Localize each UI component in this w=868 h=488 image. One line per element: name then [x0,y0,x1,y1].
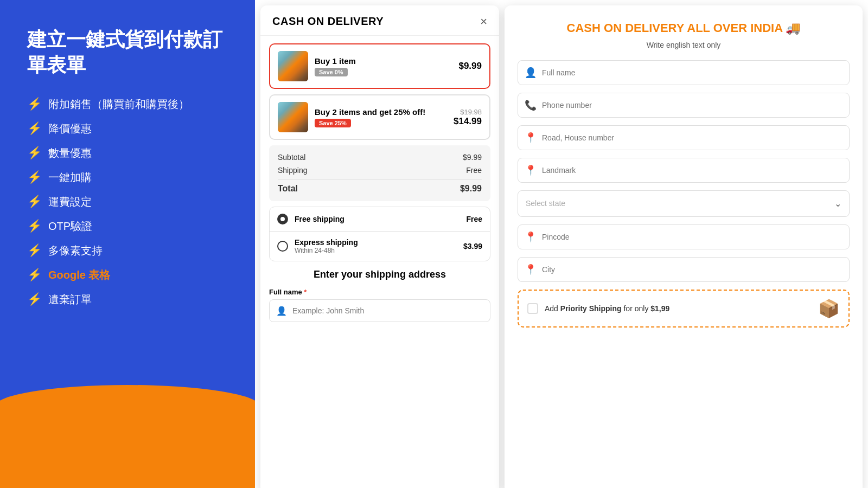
shipping-free-label: Free shipping [295,215,459,223]
right-fullname-wrapper: 👤 [518,60,850,85]
right-pincode-input[interactable] [542,225,843,249]
product-name-2: Buy 2 items and get 25% off! [315,107,447,117]
right-city-wrapper: 📍 [518,257,850,282]
feature-list: ⚡ 附加銷售（購買前和購買後） ⚡ 降價優惠 ⚡ 數量優惠 ⚡ 一鍵加購 ⚡ 運… [27,97,233,307]
required-mark: * [304,288,307,296]
feature-text: 運費設定 [48,195,92,209]
shipping-express-sub: Within 24-48h [295,247,457,254]
save-badge-2: Save 25% [315,119,351,127]
lightning-icon: ⚡ [27,219,42,233]
feature-text: 遺棄訂單 [48,292,92,307]
modal-header: CASH ON DELIVERY × [260,5,499,36]
feature-item: ⚡ 運費設定 [27,195,233,209]
modal-body: Buy 1 item Save 0% $9.99 Buy 2 items and… [260,36,499,482]
feature-text: 降價優惠 [48,121,92,136]
product-info-1: Buy 1 item Save 0% [315,56,452,76]
left-panel-title: 建立一鍵式貨到付款訂單表單 [27,27,233,78]
feature-item: ⚡ 數量優惠 [27,146,233,160]
right-city-input[interactable] [542,258,843,281]
priority-price: $1,99 [650,304,669,313]
shipping-express-name: Express shipping [295,238,457,247]
price-original-2: $19.98 [454,108,482,116]
summary-shipping-row: Shipping Free [278,166,482,175]
feature-item: ⚡ 一鍵加購 [27,170,233,185]
feature-text: Google 表格 [48,268,110,282]
shipping-express-price: $3.99 [463,242,482,251]
feature-item: ⚡ 遺棄訂單 [27,292,233,307]
product-image-1 [278,51,308,81]
summary-total-row: Total $9.99 [278,179,482,194]
save-badge-1: Save 0% [315,68,348,76]
subtotal-label: Subtotal [278,153,305,162]
location-icon: 📍 [525,164,537,176]
modal-title: CASH ON DELIVERY [272,15,384,28]
feature-item-google: ⚡ Google 表格 [27,268,233,282]
cod-modal: CASH ON DELIVERY × Buy 1 item Save 0% $9… [260,5,499,488]
priority-checkbox[interactable] [527,303,538,314]
priority-text: Add Priority Shipping for only $1,99 [545,304,812,313]
right-road-wrapper: 📍 [518,125,850,150]
shipping-option-express[interactable]: Express shipping Within 24-48h $3.99 [270,232,490,261]
priority-shipping-icon: 📦 [818,298,840,319]
feature-text: 數量優惠 [48,146,92,160]
order-summary: Subtotal $9.99 Shipping Free Total $9.99 [269,145,490,201]
lightning-icon: ⚡ [27,121,42,136]
lightning-icon: ⚡ [27,268,42,282]
price-current-2: $14.99 [454,116,482,126]
feature-text: OTP驗證 [48,219,92,234]
priority-shipping-box[interactable]: Add Priority Shipping for only $1,99 📦 [518,290,850,328]
shipping-label: Shipping [278,166,308,175]
right-pincode-wrapper: 📍 [518,224,850,249]
lightning-icon: ⚡ [27,195,42,209]
location-icon: 📍 [525,264,537,275]
right-panel-subtitle: Write english text only [518,41,850,49]
feature-item: ⚡ 降價優惠 [27,121,233,136]
state-placeholder: Select state [526,199,565,208]
price-current-1: $9.99 [458,61,482,71]
full-name-label: Full name * [269,288,490,296]
feature-item: ⚡ 附加銷售（購買前和購買後） [27,97,233,112]
total-label: Total [278,184,298,194]
close-button[interactable]: × [480,16,487,28]
right-fullname-input[interactable] [542,61,843,85]
location-icon: 📍 [525,231,537,243]
shipping-express-label: Express shipping Within 24-48h [295,238,457,254]
feature-text: 多像素支持 [48,243,103,258]
subtotal-value: $9.99 [463,153,482,162]
shipping-value: Free [466,166,482,175]
right-road-input[interactable] [542,126,843,150]
full-name-input-wrapper: 👤 [269,299,490,322]
lightning-icon: ⚡ [27,292,42,306]
location-icon: 📍 [525,132,537,144]
radio-free[interactable] [277,214,288,224]
right-panel-title: CASH ON DELIVERY ALL OVER INDIA 🚚 [518,21,850,36]
radio-express[interactable] [277,241,288,252]
product-card-2[interactable]: Buy 2 items and get 25% off! Save 25% $1… [269,94,490,140]
right-panel: CASH ON DELIVERY ALL OVER INDIA 🚚 Write … [505,5,863,488]
feature-text: 一鍵加購 [48,170,92,185]
right-phone-input[interactable] [542,93,843,117]
full-name-input[interactable] [292,300,483,322]
product-name-1: Buy 1 item [315,56,452,66]
lightning-icon: ⚡ [27,146,42,160]
phone-icon: 📞 [525,99,537,111]
lightning-icon: ⚡ [27,243,42,258]
feature-text: 附加銷售（購買前和購買後） [48,97,189,112]
right-phone-wrapper: 📞 [518,93,850,118]
product-image-2 [278,102,308,132]
address-section-title: Enter your shipping address [269,269,490,280]
shipping-options: Free shipping Free Express shipping With… [269,207,490,261]
chevron-down-icon: ⌄ [834,198,841,209]
person-icon: 👤 [276,306,287,316]
product-card-1[interactable]: Buy 1 item Save 0% $9.99 [269,43,490,89]
summary-subtotal-row: Subtotal $9.99 [278,153,482,162]
right-landmark-wrapper: 📍 [518,158,850,183]
total-value: $9.99 [460,184,482,194]
feature-item: ⚡ OTP驗證 [27,219,233,234]
person-icon: 👤 [525,67,537,79]
product-price-2: $19.98 $14.99 [454,108,482,127]
state-select[interactable]: Select state ⌄ [518,190,850,217]
shipping-option-free[interactable]: Free shipping Free [270,207,490,232]
product-price-1: $9.99 [458,61,482,72]
right-landmark-input[interactable] [542,158,843,182]
